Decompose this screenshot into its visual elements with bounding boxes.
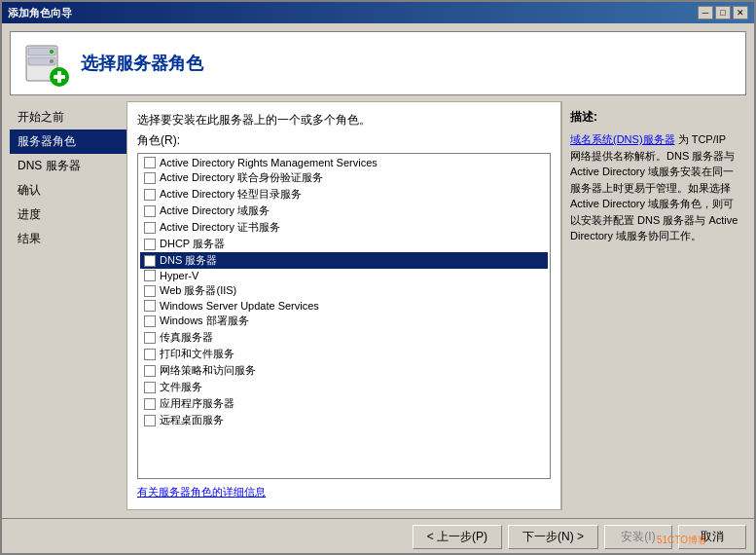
sidebar: 开始之前 服务器角色 DNS 服务器 确认 进度 结果 [10,101,126,510]
role-label-text: 远程桌面服务 [160,413,224,427]
role-checkbox[interactable] [144,398,156,410]
window-title: 添加角色向导 [8,6,72,20]
role-label-text: Windows Server Update Services [160,300,319,312]
buttons-bar: < 上一步(P) 下一步(N) > 安装(I) 取消 [2,518,754,553]
close-button[interactable]: ✕ [733,6,748,19]
role-item[interactable]: Hyper-V [140,269,548,282]
window-controls: ─ □ ✕ [698,6,748,19]
role-item[interactable]: Active Directory Rights Management Servi… [140,156,548,169]
roles-detail-link[interactable]: 有关服务器角色的详细信息 [137,486,266,498]
description-body: 为 TCP/IP 网络提供名称解析。DNS 服务器与 Active Direct… [570,133,738,241]
role-item[interactable]: 打印和文件服务 [140,346,548,362]
role-item[interactable]: Web 服务器(IIS) [140,282,548,299]
wizard-header: 选择服务器角色 [10,31,746,95]
sidebar-item-dns[interactable]: DNS 服务器 [10,154,126,178]
prev-button[interactable]: < 上一步(P) [413,525,502,549]
role-checkbox[interactable] [144,365,156,377]
main-window: 添加角色向导 ─ □ ✕ [0,0,756,555]
center-panel: 选择要安装在此服务器上的一个或多个角色。 角色(R): Active Direc… [126,101,561,510]
role-checkbox[interactable] [144,300,156,312]
role-label-text: 文件服务 [160,380,202,394]
role-checkbox[interactable] [144,382,156,393]
sidebar-item-result[interactable]: 结果 [10,227,126,251]
description-panel: 描述: 域名系统(DNS)服务器 为 TCP/IP 网络提供名称解析。DNS 服… [561,101,746,510]
svg-point-3 [50,50,54,54]
wizard-title: 选择服务器角色 [81,52,203,75]
role-checkbox[interactable] [144,349,156,360]
sidebar-item-start[interactable]: 开始之前 [10,105,126,130]
role-checkbox[interactable] [144,157,156,168]
role-item[interactable]: 网络策略和访问服务 [140,362,548,379]
role-item[interactable]: 远程桌面服务 [140,412,548,428]
description-title: 描述: [570,109,738,126]
roles-panel: 选择要安装在此服务器上的一个或多个角色。 角色(R): Active Direc… [126,101,561,510]
minimize-button[interactable]: ─ [698,6,713,19]
role-item[interactable]: Active Directory 证书服务 [140,219,548,236]
role-label-text: DHCP 服务器 [160,237,225,251]
role-label-text: 应用程序服务器 [160,396,234,411]
instruction-text: 选择要安装在此服务器上的一个或多个角色。 [137,112,551,129]
role-checkbox[interactable] [144,189,156,201]
role-checkbox[interactable] [144,172,156,184]
sidebar-item-progress[interactable]: 进度 [10,203,126,227]
roles-list[interactable]: Active Directory Rights Management Servi… [137,153,551,479]
sidebar-item-server-roles[interactable]: 服务器角色 [10,130,126,154]
role-label-text: Hyper-V [160,270,198,281]
role-label-text: 打印和文件服务 [160,347,234,361]
svg-point-4 [50,59,54,63]
next-button[interactable]: 下一步(N) > [508,525,598,549]
title-bar: 添加角色向导 ─ □ ✕ [2,2,754,23]
role-label-text: Active Directory 证书服务 [160,220,280,235]
footer-link: 有关服务器角色的详细信息 [137,485,551,500]
role-item[interactable]: ✓DNS 服务器 [140,252,548,269]
role-label-text: Active Directory 轻型目录服务 [160,187,302,202]
role-checkbox[interactable] [144,270,156,281]
role-label-text: DNS 服务器 [160,253,217,268]
sidebar-item-confirm[interactable]: 确认 [10,178,126,203]
wizard-icon [22,40,69,87]
panels-row: 开始之前 服务器角色 DNS 服务器 确认 进度 结果 选择要安装在此服务器上的… [10,101,746,510]
role-item[interactable]: Active Directory 域服务 [140,203,548,219]
description-text: 域名系统(DNS)服务器 为 TCP/IP 网络提供名称解析。DNS 服务器与 … [570,131,738,244]
role-item[interactable]: 传真服务器 [140,329,548,346]
role-label-text: Active Directory 联合身份验证服务 [160,170,323,185]
role-checkbox[interactable] [144,315,156,327]
role-label-text: 网络策略和访问服务 [160,363,256,378]
role-checkbox[interactable] [144,239,156,250]
window-content: 选择服务器角色 开始之前 服务器角色 DNS 服务器 确认 进度 结果 选择要安… [2,23,754,518]
role-checkbox[interactable] [144,415,156,426]
role-checkbox[interactable]: ✓ [144,255,156,267]
svg-rect-7 [54,75,65,79]
role-item[interactable]: Active Directory 轻型目录服务 [140,186,548,203]
role-label-text: 传真服务器 [160,330,213,345]
role-item[interactable]: Windows 部署服务 [140,313,548,329]
role-checkbox[interactable] [144,222,156,234]
role-label-text: Web 服务器(IIS) [160,283,236,298]
role-item[interactable]: DHCP 服务器 [140,236,548,252]
role-checkbox[interactable] [144,205,156,217]
role-label-text: Active Directory 域服务 [160,204,270,218]
role-label-text: Active Directory Rights Management Servi… [160,157,378,168]
role-item[interactable]: 应用程序服务器 [140,395,548,412]
role-checkbox[interactable] [144,332,156,344]
role-item[interactable]: Windows Server Update Services [140,299,548,313]
maximize-button[interactable]: □ [715,6,731,19]
role-checkbox[interactable] [144,285,156,297]
role-label: 角色(R): [137,132,551,149]
dns-link[interactable]: 域名系统(DNS)服务器 [570,133,675,145]
role-item[interactable]: Active Directory 联合身份验证服务 [140,169,548,186]
role-label-text: Windows 部署服务 [160,314,249,328]
role-item[interactable]: 文件服务 [140,379,548,395]
watermark: 51CTO博客 [657,534,707,547]
